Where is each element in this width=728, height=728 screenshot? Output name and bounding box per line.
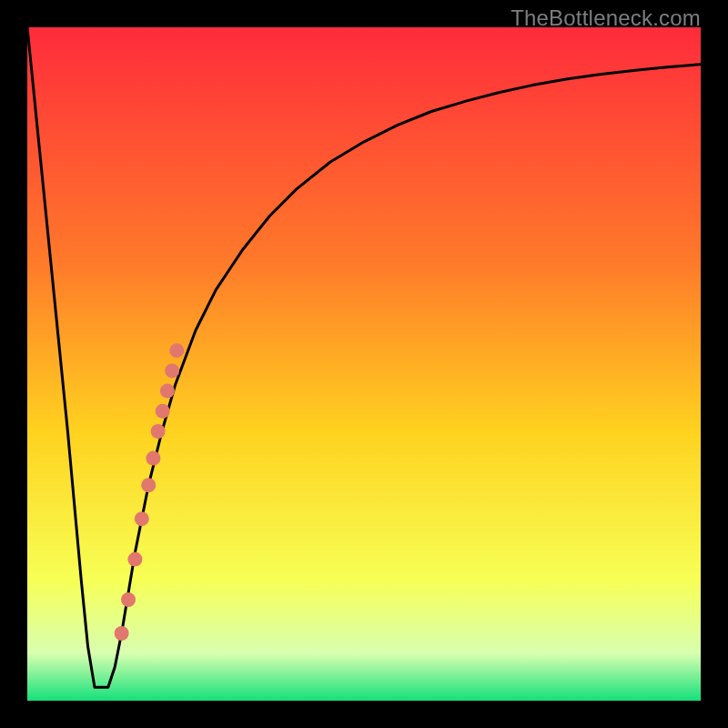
highlight-dot [151,424,166,439]
plot-area [27,27,701,701]
watermark-text: TheBottleneck.com [511,5,701,31]
highlight-dot [160,384,175,399]
highlight-dot [121,592,136,607]
highlight-dot [156,404,170,419]
highlight-dot [165,363,179,378]
chart-svg [27,27,701,701]
highlight-dot [115,626,129,641]
highlight-dot [169,343,184,358]
highlight-dot [135,511,149,526]
chart-frame: TheBottleneck.com [0,0,728,728]
highlight-dot [127,552,142,567]
highlight-dot [146,451,160,466]
highlight-dot [141,478,156,492]
